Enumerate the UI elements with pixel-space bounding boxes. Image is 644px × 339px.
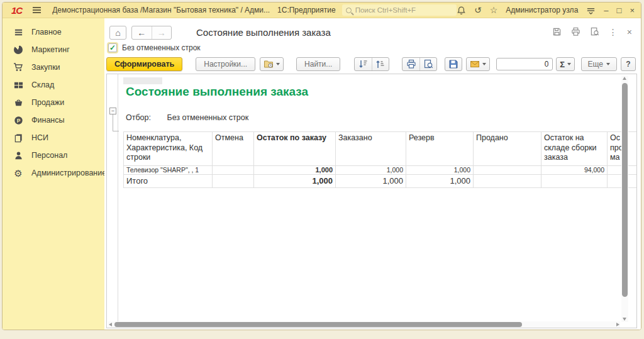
more-button[interactable]: Еще <box>581 57 617 71</box>
report-variants-button[interactable] <box>260 57 284 71</box>
main-menu-icon[interactable] <box>33 7 41 13</box>
filter-checkbox-label: Без отмененных строк <box>122 43 201 52</box>
save-result-button[interactable] <box>445 57 462 71</box>
table-cell[interactable]: 1,000 <box>406 166 474 175</box>
vertical-scrollbar[interactable] <box>621 75 628 322</box>
sidebar-item-administration[interactable]: ⚙ Администрирование <box>3 164 104 182</box>
table-cell[interactable]: 1,000 <box>336 166 406 175</box>
horizontal-scrollbar[interactable] <box>108 321 620 328</box>
collapse-group-button[interactable]: − <box>109 108 116 114</box>
sidebar-item-purchases[interactable]: Закупки <box>3 58 104 76</box>
table-cell[interactable] <box>213 175 254 188</box>
column-header[interactable]: Номенклатура, Характеристика, Код строки <box>124 132 213 166</box>
sidebar-item-warehouse[interactable]: Склад <box>3 76 104 94</box>
check-icon: ✓ <box>109 44 116 52</box>
column-header[interactable]: Резерв <box>406 132 474 166</box>
send-mail-button[interactable] <box>466 57 490 71</box>
print-icon[interactable] <box>571 27 580 36</box>
table-row[interactable]: Телевизор "SHARP", , 1 1,000 1,000 1,000… <box>124 166 638 175</box>
report-toolbar: Сформировать Настройки... Найти... <box>106 57 636 72</box>
sidebar-item-personnel[interactable]: Персонал <box>3 147 104 164</box>
save-icon[interactable] <box>552 27 562 36</box>
table-total-row[interactable]: Итого 1,000 1,000 1,000 <box>124 175 638 188</box>
settings-button[interactable]: Настройки... <box>196 57 255 71</box>
dropdown-arrow-icon <box>482 63 486 65</box>
horizontal-scrollbar-thumb[interactable] <box>114 322 522 327</box>
pie-chart-icon <box>13 45 23 55</box>
sidebar-item-main[interactable]: Главное <box>3 23 104 41</box>
filter-checkbox-row: ✓ Без отмененных строк <box>108 43 201 53</box>
vertical-scrollbar-thumb[interactable] <box>622 83 628 297</box>
find-button[interactable]: Найти... <box>296 57 340 71</box>
sidebar-item-finance[interactable]: P Финансы <box>3 111 104 129</box>
help-button[interactable]: ? <box>621 57 636 71</box>
sidebar-item-label: Главное <box>31 28 62 36</box>
global-search-box[interactable] <box>342 4 457 16</box>
sum-field[interactable] <box>496 58 553 70</box>
print-preview-icon[interactable] <box>419 58 436 70</box>
group-bracket <box>113 131 119 131</box>
minimize-button[interactable]: – <box>604 6 608 14</box>
sidebar-item-label: Закупки <box>31 63 60 72</box>
history-icon[interactable]: ↺ <box>474 6 482 14</box>
dropdown-arrow-icon <box>567 63 571 65</box>
scroll-left-icon[interactable] <box>109 323 112 326</box>
filter-label: Отбор: <box>126 113 151 122</box>
table-cell[interactable]: 1,000 <box>336 175 406 188</box>
titlebar-actions: ↺ ☆ Администратор узла – □ × <box>457 6 635 15</box>
notifications-bell-icon[interactable] <box>457 6 466 15</box>
sidebar-item-sales[interactable]: Продажи <box>3 94 104 111</box>
print-preview-icon[interactable] <box>590 27 599 36</box>
table-header-row: Номенклатура, Характеристика, Код строки… <box>124 132 638 166</box>
table-cell[interactable] <box>474 166 541 175</box>
scroll-up-icon[interactable] <box>623 77 626 80</box>
table-cell[interactable] <box>213 166 254 175</box>
table-cell[interactable]: 94,000 <box>541 166 608 175</box>
forward-button[interactable]: → <box>152 26 172 39</box>
table-cell[interactable]: Итого <box>124 175 213 188</box>
column-header[interactable]: Отмена <box>213 132 254 166</box>
sidebar-item-marketing[interactable]: Маркетинг <box>3 41 104 58</box>
table-cell[interactable] <box>541 175 608 188</box>
report-heading: Состояние выполнения заказа <box>126 85 308 99</box>
autosum-button[interactable]: Σ <box>556 57 575 71</box>
print-icon[interactable] <box>402 58 419 70</box>
expand-groups-icon[interactable] <box>372 58 389 70</box>
collapse-groups-icon[interactable] <box>355 58 372 70</box>
filter-checkbox[interactable]: ✓ <box>108 43 117 52</box>
group-header-band <box>123 77 162 84</box>
generate-button[interactable]: Сформировать <box>106 57 182 71</box>
table-cell[interactable] <box>474 175 541 188</box>
table-cell[interactable]: 1,000 <box>406 175 474 188</box>
scroll-down-icon[interactable] <box>623 318 626 321</box>
1c-logo-icon: 1С <box>11 6 22 15</box>
svg-text:P: P <box>16 117 20 123</box>
table-cell[interactable]: Телевизор "SHARP", , 1 <box>124 166 213 175</box>
window-header-actions: ⋮ × <box>552 27 632 36</box>
column-header[interactable]: Остаток по заказу <box>254 132 336 166</box>
column-header[interactable]: Остаток на складе сборки заказа <box>541 132 608 166</box>
group-bracket <box>113 114 113 131</box>
service-menu-icon[interactable] <box>586 6 596 15</box>
window-header: ⌂ ← → Состояние выполнения заказа <box>108 26 635 41</box>
current-user[interactable]: Администратор узла <box>506 6 578 14</box>
back-button[interactable]: ← <box>132 26 152 39</box>
table-cell[interactable]: 1,000 <box>254 166 336 175</box>
table-cell[interactable]: 1,000 <box>254 175 336 188</box>
home-button[interactable]: ⌂ <box>109 26 126 40</box>
close-window-icon[interactable]: × <box>627 28 632 36</box>
filter-value: Без отмененных строк <box>167 113 248 122</box>
search-input[interactable] <box>355 6 453 14</box>
more-label: Еще <box>588 60 603 69</box>
sidebar-item-label: Склад <box>31 81 54 89</box>
column-header[interactable]: Продано <box>474 132 541 166</box>
favorites-star-icon[interactable]: ☆ <box>490 6 498 14</box>
sidebar-item-nsi[interactable]: НСИ <box>3 129 104 147</box>
scroll-right-icon[interactable] <box>616 323 619 326</box>
basket-icon <box>13 97 23 108</box>
close-app-button[interactable]: × <box>630 6 635 14</box>
kebab-menu-icon[interactable]: ⋮ <box>609 28 618 36</box>
maximize-button[interactable]: □ <box>617 6 622 14</box>
ruble-circle-icon: P <box>13 115 23 125</box>
column-header[interactable]: Заказано <box>336 132 406 166</box>
